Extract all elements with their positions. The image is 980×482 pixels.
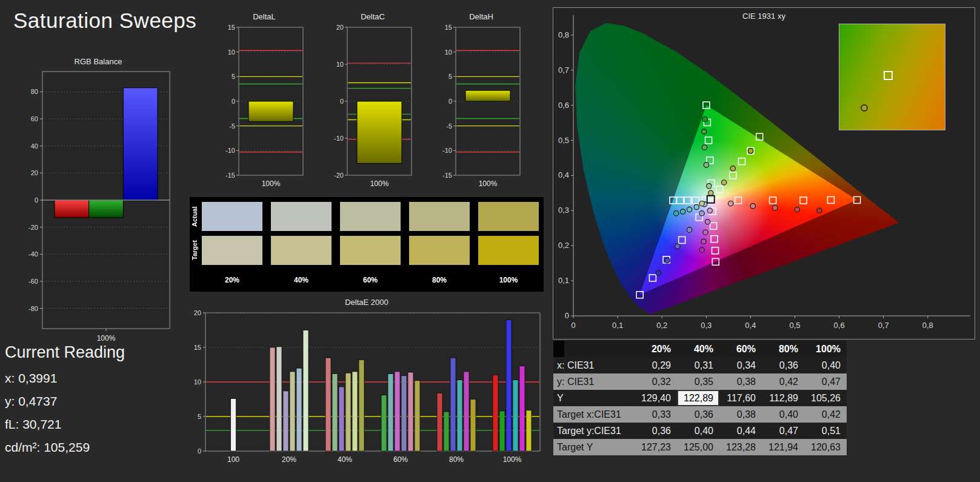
deltae-title: DeltaE 2000 [190, 298, 544, 307]
table-cell[interactable]: 120,63 [804, 439, 847, 455]
measured-point [687, 227, 692, 232]
table-cell[interactable]: 0,51 [804, 423, 847, 439]
table-header-cell: 80% [762, 341, 804, 357]
inset-target-square [884, 71, 893, 80]
target-square [770, 197, 776, 204]
measured-point [773, 205, 778, 210]
cie-inset-zoom [839, 24, 945, 130]
tick-label: 60% [393, 455, 408, 464]
deltae-bar [437, 393, 442, 451]
tick-label: 100% [479, 179, 498, 188]
swatch-row-label: Actual [191, 202, 199, 231]
rgb-bar-red [55, 200, 89, 218]
table-cell[interactable]: 0,38 [719, 406, 762, 423]
table-header-cell: 60% [719, 341, 762, 357]
tick-label: 0 [448, 98, 452, 105]
table-cell[interactable]: 112,89 [762, 390, 804, 406]
table-cell[interactable]: 0,31 [677, 357, 719, 373]
table-cell[interactable]: 105,26 [804, 390, 847, 406]
table-cell[interactable]: 0,40 [677, 423, 719, 439]
table-cell[interactable]: 0,40 [804, 357, 847, 373]
tick-label: 0,3 [558, 206, 569, 215]
table-cell[interactable]: 0,47 [804, 373, 847, 390]
tick-label: -10 [334, 135, 344, 142]
deltae-bar [401, 376, 407, 451]
tick-label: 60 [31, 115, 38, 122]
table-cell[interactable]: 0,40 [762, 406, 804, 423]
table-cell[interactable]: 0,36 [762, 357, 804, 373]
tick-label: 0,4 [745, 321, 756, 330]
table-cell[interactable]: 0,34 [719, 357, 762, 373]
target-square [703, 102, 710, 109]
table-cell[interactable]: 0,29 [635, 357, 677, 373]
deltal-bar [248, 101, 293, 121]
table-row-label: Target x:CIE31 [553, 406, 635, 423]
deltae-bar [506, 320, 512, 451]
reading-fl: fL: 30,721 [5, 417, 61, 432]
tick-label: 80% [449, 455, 464, 464]
deltae-bar [381, 395, 387, 451]
table-cell[interactable]: 0,36 [677, 406, 719, 423]
table-cell[interactable]: 0,44 [719, 423, 762, 439]
table-cell[interactable]: 0,42 [804, 406, 847, 423]
measured-point [750, 204, 755, 209]
tick-label: 10 [445, 49, 452, 56]
target-square [800, 197, 807, 204]
table-cell[interactable]: 0,42 [762, 373, 804, 390]
table-cell[interactable]: 121,94 [762, 439, 804, 455]
table-cell[interactable]: 0,38 [719, 373, 762, 390]
target-square [649, 275, 656, 281]
tick-label: 5 [198, 413, 201, 420]
tick-label: 100 [227, 455, 239, 464]
table-header-cell: 20% [635, 341, 677, 357]
table-cell[interactable]: 129,40 [635, 390, 677, 406]
tick-label: 100% [97, 334, 116, 343]
table-cell[interactable]: 123,28 [719, 439, 762, 455]
table-cell[interactable]: 0,36 [635, 423, 677, 439]
deltal-title: DeltaL [222, 12, 307, 21]
target-square [705, 137, 712, 144]
table-cell[interactable]: 0,33 [635, 406, 677, 423]
table-cell[interactable]: 117,60 [719, 390, 762, 406]
tick-label: 20% [282, 455, 296, 464]
table-cell[interactable]: 125,00 [677, 439, 719, 455]
tick-label: -40 [28, 250, 38, 258]
tick-label: 40 [31, 142, 38, 150]
tick-label: 15 [445, 24, 452, 31]
measurement-table: 20%40%60%80%100%x: CIE310,290,310,340,36… [553, 341, 847, 455]
measured-point [702, 117, 707, 122]
deltac-bar [357, 101, 402, 163]
deltac-chart: DeltaC 20100-10-20100% [330, 12, 415, 193]
tick-label: 0,4 [558, 170, 569, 179]
target-square [636, 292, 643, 298]
swatch-target-20% [202, 236, 262, 265]
table-cell[interactable]: 0,35 [677, 373, 719, 390]
current-reading-title: Current Reading [5, 343, 125, 362]
deltae-bar [276, 347, 282, 451]
table-cell[interactable]: 127,23 [635, 439, 677, 455]
deltae-bar [499, 411, 505, 451]
target-square [684, 197, 691, 204]
tick-label: 0,8 [922, 321, 933, 330]
tick-label: 0,5 [558, 136, 569, 145]
table-cell[interactable]: 0,47 [762, 423, 804, 439]
target-square [756, 133, 763, 140]
table-cell[interactable]: 0,32 [635, 373, 677, 390]
tick-label: 0,7 [878, 321, 889, 330]
tick-label: 100% [370, 179, 389, 188]
tick-label: 0,7 [558, 65, 569, 75]
measured-point [708, 190, 713, 195]
swatch-actual-80% [409, 202, 470, 231]
deltae-bar [493, 375, 498, 451]
tick-label: -20 [334, 172, 344, 179]
table-cell-selected[interactable]: 122,89 [677, 390, 719, 406]
tick-label: -80 [28, 305, 38, 312]
target-square [738, 158, 745, 165]
tick-label: 5 [232, 73, 235, 80]
tick-label: 100% [503, 455, 522, 464]
table-row-label: Target Y [553, 439, 635, 455]
target-square [711, 236, 718, 243]
tick-label: -20 [28, 224, 38, 231]
deltae-bar [283, 391, 288, 451]
tick-label: 10 [194, 378, 201, 386]
